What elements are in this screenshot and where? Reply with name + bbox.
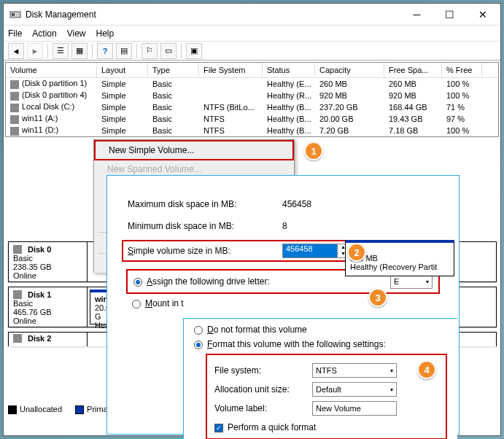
- menu-new-simple-volume[interactable]: New Simple Volume...: [94, 140, 294, 160]
- assign-drive-letter-option[interactable]: Assign the following drive letter:: [133, 276, 270, 287]
- radio-icon: [194, 326, 203, 335]
- part-status: Healthy (Recovery Partit: [350, 263, 449, 271]
- step-badge-4: 4: [417, 360, 436, 379]
- col-layout[interactable]: Layout: [97, 63, 148, 77]
- toolbar-btn-3[interactable]: ▤: [116, 43, 132, 59]
- volume-label-input[interactable]: New Volume: [312, 401, 397, 416]
- legend-unallocated: Unallocated: [20, 405, 62, 413]
- volume-icon: [10, 115, 19, 124]
- col-type[interactable]: Type: [148, 63, 199, 77]
- menu-help[interactable]: Help: [96, 28, 115, 39]
- volume-list-header: Volume Layout Type File System Status Ca…: [6, 63, 498, 78]
- close-button[interactable]: ✕: [466, 4, 499, 25]
- toolbar-btn-5[interactable]: ▭: [160, 43, 177, 59]
- allocation-size-label: Allocation unit size:: [214, 384, 312, 395]
- disk-2-name: Disk 2: [28, 334, 51, 343]
- file-system-label: File system:: [214, 365, 312, 376]
- step-badge-2: 2: [347, 243, 366, 262]
- menubar: File Action View Help: [4, 26, 500, 42]
- col-status[interactable]: Status: [263, 63, 315, 77]
- chevron-down-icon: ▾: [390, 386, 393, 393]
- menu-view[interactable]: View: [67, 28, 86, 39]
- disk-1-name: Disk 1: [28, 290, 51, 299]
- drive-letter-select[interactable]: E▾: [390, 274, 433, 289]
- disk-icon: [13, 245, 22, 254]
- toolbar-btn-2[interactable]: ▦: [71, 43, 88, 59]
- swatch-unallocated: [8, 405, 17, 414]
- radio-icon: [133, 278, 142, 287]
- disk-icon: [13, 334, 22, 343]
- volume-icon: [10, 92, 19, 101]
- step-badge-1: 1: [304, 141, 323, 160]
- back-button[interactable]: ◄: [8, 43, 24, 59]
- disk-0-type: Basic: [13, 254, 82, 263]
- volume-row[interactable]: (Disk 0 partition 1)SimpleBasicHealthy (…: [6, 78, 498, 90]
- volume-row[interactable]: Local Disk (C:)SimpleBasicNTFS (BitLo...…: [6, 101, 498, 113]
- radio-icon: [194, 341, 203, 349]
- col-volume[interactable]: Volume: [6, 63, 97, 77]
- new-volume-wizard: Maximum disk space in MB: 456458 Minimum…: [106, 175, 460, 435]
- disk-1-state: Online: [13, 316, 82, 325]
- checkbox-icon: ✓: [214, 424, 223, 432]
- help-button[interactable]: ?: [97, 43, 113, 59]
- toolbar: ◄ ► ☰ ▦ ? ▤ ⚐ ▭ ▣: [4, 42, 500, 61]
- min-disk-space-value: 8: [282, 221, 287, 231]
- minimize-button[interactable]: ─: [400, 4, 433, 25]
- allocation-size-select[interactable]: Default▾: [312, 382, 397, 397]
- window-title: Disk Management: [26, 9, 400, 20]
- volume-size-input[interactable]: 456458: [282, 244, 338, 258]
- swatch-primary: [75, 405, 84, 414]
- app-icon: [9, 9, 21, 20]
- disk-icon: [13, 290, 22, 299]
- min-disk-space-label: Minimum disk space in MB:: [128, 221, 282, 231]
- titlebar: Disk Management ─ ☐ ✕: [4, 4, 500, 26]
- step-badge-3: 3: [368, 288, 387, 307]
- col-pct[interactable]: % Free: [442, 63, 482, 77]
- menu-action[interactable]: Action: [32, 28, 56, 39]
- toolbar-btn-4[interactable]: ⚐: [141, 43, 158, 59]
- quick-format-checkbox[interactable]: ✓Perform a quick format: [214, 418, 438, 432]
- volume-row[interactable]: win11 (D:)SimpleBasicNTFSHealthy (B...7.…: [6, 125, 498, 136]
- col-free[interactable]: Free Spa...: [384, 63, 442, 77]
- col-capacity[interactable]: Capacity: [315, 63, 384, 77]
- max-disk-space-value: 456458: [282, 199, 311, 209]
- format-option[interactable]: Format this volume with the following se…: [194, 339, 447, 354]
- disk-0-state: Online: [13, 271, 82, 280]
- chevron-down-icon: ▾: [390, 368, 393, 374]
- toolbar-btn-6[interactable]: ▣: [186, 43, 202, 59]
- volume-size-label: Simple volume size in MB:: [128, 246, 282, 256]
- volume-row[interactable]: (Disk 0 partition 4)SimpleBasicHealthy (…: [6, 90, 498, 101]
- volume-list: Volume Layout Type File System Status Ca…: [5, 62, 499, 137]
- volume-label-label: Volume label:: [214, 403, 312, 413]
- disk-1-size: 465.76 GB: [13, 308, 82, 316]
- forward-button[interactable]: ►: [27, 43, 43, 59]
- svg-rect-1: [12, 13, 15, 16]
- menu-file[interactable]: File: [8, 28, 22, 39]
- radio-icon: [132, 300, 141, 308]
- disk-0-name: Disk 0: [28, 245, 51, 254]
- disk-1-type: Basic: [13, 299, 82, 308]
- col-fs[interactable]: File System: [199, 63, 263, 77]
- volume-icon: [10, 104, 19, 112]
- toolbar-btn-1[interactable]: ☰: [53, 43, 69, 59]
- mount-option[interactable]: Mount in t: [132, 298, 184, 308]
- max-disk-space-label: Maximum disk space in MB:: [128, 199, 282, 209]
- maximize-button[interactable]: ☐: [433, 4, 466, 25]
- no-format-option[interactable]: Do not format this volume: [194, 325, 447, 339]
- volume-icon: [10, 80, 19, 89]
- volume-icon: [10, 127, 19, 136]
- chevron-down-icon: ▾: [426, 279, 429, 285]
- disk-0-size: 238.35 GB: [13, 263, 82, 271]
- file-system-select[interactable]: NTFS▾: [312, 363, 397, 378]
- volume-row[interactable]: win11 (A:)SimpleBasicNTFSHealthy (B...20…: [6, 113, 498, 125]
